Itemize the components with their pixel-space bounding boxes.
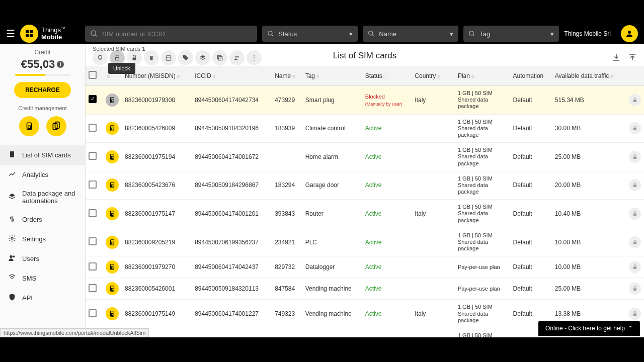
row-lock[interactable] bbox=[629, 179, 641, 191]
credit-multi-sim[interactable] bbox=[46, 116, 66, 136]
row-checkbox[interactable] bbox=[89, 209, 97, 217]
row-checkbox[interactable] bbox=[89, 180, 97, 189]
table-row[interactable]: 8823600054236768944500509184296867183294… bbox=[86, 171, 644, 200]
cell-status: Active bbox=[362, 200, 412, 228]
info-icon[interactable]: i bbox=[57, 61, 64, 68]
sim-icon[interactable] bbox=[106, 307, 119, 320]
row-checkbox[interactable] bbox=[89, 284, 97, 292]
nav-shield[interactable]: API bbox=[0, 288, 85, 308]
nav-gear[interactable]: Settings bbox=[0, 229, 85, 249]
layers-icon bbox=[8, 193, 16, 202]
row-lock[interactable] bbox=[629, 261, 641, 273]
cell-name: 749323 bbox=[272, 300, 302, 328]
row-lock[interactable] bbox=[629, 283, 641, 295]
sim-icon[interactable] bbox=[106, 236, 119, 249]
action-activate[interactable] bbox=[93, 50, 108, 65]
tag-filter[interactable]: Tag▾ bbox=[463, 26, 559, 42]
row-lock[interactable] bbox=[629, 308, 641, 320]
sim-icon[interactable] bbox=[106, 94, 119, 107]
table-row[interactable]: 8823600092052198944500706199356237234921… bbox=[86, 228, 644, 256]
svg-rect-53 bbox=[111, 267, 113, 269]
avatar[interactable] bbox=[621, 25, 638, 42]
nav-layers[interactable]: Data package and automations bbox=[0, 185, 85, 210]
sim-icon[interactable] bbox=[106, 150, 119, 163]
hamburger-icon[interactable]: ☰ bbox=[6, 28, 15, 40]
col-country[interactable]: Country≡ bbox=[412, 66, 455, 86]
cell-name: 183294 bbox=[272, 171, 302, 200]
col-automation[interactable]: Automation bbox=[510, 66, 552, 86]
action-tag[interactable] bbox=[178, 50, 193, 65]
action-layers[interactable] bbox=[195, 50, 210, 65]
table-row[interactable]: 8823600019751948944500604174001672Home a… bbox=[86, 143, 644, 171]
sim-icon[interactable] bbox=[106, 178, 119, 192]
lock-icon bbox=[131, 54, 138, 61]
sim-icon[interactable] bbox=[106, 282, 119, 295]
action-group[interactable] bbox=[229, 50, 245, 65]
row-checkbox[interactable] bbox=[89, 262, 97, 270]
svg-rect-31 bbox=[217, 55, 221, 59]
row-lock[interactable] bbox=[629, 208, 641, 220]
sim-icon[interactable] bbox=[106, 260, 119, 274]
action-calendar[interactable] bbox=[161, 50, 176, 65]
cell-traffic: 25.00 MB bbox=[552, 143, 626, 171]
row-checkbox[interactable] bbox=[89, 95, 97, 103]
row-lock[interactable] bbox=[629, 122, 641, 134]
col-tag[interactable]: Tag≡ bbox=[302, 66, 362, 86]
row-lock[interactable] bbox=[629, 336, 641, 337]
table-row[interactable]: 8823600019793008944500604174042734473929… bbox=[86, 86, 644, 115]
col-name[interactable]: Name≡ bbox=[272, 66, 302, 86]
tooltip: Unlock bbox=[108, 63, 135, 74]
cell-name: 363843 bbox=[272, 328, 302, 337]
credit-amount: €55,03i bbox=[0, 58, 85, 71]
action-copy[interactable] bbox=[212, 50, 227, 65]
col-status[interactable]: Status↓ bbox=[362, 66, 412, 86]
table-row[interactable]: 8823600054260018944500509184320113847584… bbox=[86, 278, 644, 300]
account-name[interactable]: Things Mobile Srl bbox=[564, 30, 611, 37]
col-iccid[interactable]: ICCID≡ bbox=[192, 66, 272, 86]
svg-rect-54 bbox=[633, 267, 636, 269]
nav-sim[interactable]: List of SIM cards bbox=[0, 145, 85, 165]
nav-chart[interactable]: Analytics bbox=[0, 165, 85, 185]
download-button[interactable] bbox=[612, 53, 621, 63]
sim-icon[interactable] bbox=[106, 122, 119, 135]
cell-iccid: 8944500509184320196 bbox=[192, 114, 272, 143]
row-checkbox[interactable] bbox=[89, 152, 97, 160]
bulb-icon bbox=[97, 54, 104, 61]
credit-single-sim[interactable] bbox=[19, 116, 39, 136]
action-delete[interactable] bbox=[144, 50, 159, 65]
copy-icon bbox=[216, 54, 223, 61]
recharge-button[interactable]: RECHARGE bbox=[14, 82, 71, 98]
row-lock[interactable] bbox=[629, 236, 641, 248]
cell-tag: Vending machine bbox=[302, 278, 362, 300]
cell-name: 393843 bbox=[272, 200, 302, 228]
table-row[interactable]: 8823600054260098944500509184320196183939… bbox=[86, 114, 644, 143]
person-icon bbox=[625, 29, 634, 38]
nav-label: Settings bbox=[22, 235, 46, 243]
status-filter[interactable]: Status▾ bbox=[262, 26, 358, 42]
select-all-checkbox[interactable] bbox=[89, 71, 97, 79]
nav-sms[interactable]: SMS bbox=[0, 268, 85, 288]
chat-widget[interactable]: Online - Click here to get help bbox=[538, 321, 640, 336]
search-input[interactable]: SIM number or ICCID bbox=[85, 26, 257, 42]
svg-rect-56 bbox=[111, 289, 113, 291]
action-more[interactable]: ⋮ bbox=[247, 50, 262, 65]
sim-icon[interactable] bbox=[106, 207, 119, 220]
logo[interactable]: Things™Mobile bbox=[20, 25, 65, 43]
upload-button[interactable] bbox=[628, 53, 637, 63]
sort-icon[interactable]: ≡ bbox=[107, 73, 110, 79]
svg-rect-2 bbox=[26, 34, 29, 37]
nav-dollar[interactable]: Orders bbox=[0, 210, 85, 229]
row-checkbox[interactable] bbox=[89, 124, 97, 132]
row-lock[interactable] bbox=[629, 151, 641, 163]
cell-msisdn: 882360005426009 bbox=[122, 114, 192, 143]
row-checkbox[interactable] bbox=[89, 309, 97, 317]
col-traffic[interactable]: Available data traffic≡ bbox=[552, 66, 626, 86]
row-checkbox[interactable] bbox=[89, 237, 97, 245]
table-row[interactable]: 8823600019751478944500604174001201393843… bbox=[86, 200, 644, 228]
name-filter[interactable]: Name▾ bbox=[363, 26, 458, 42]
row-lock[interactable] bbox=[629, 94, 641, 106]
nav-users[interactable]: Users bbox=[0, 249, 85, 268]
svg-point-22 bbox=[99, 55, 102, 59]
col-plan[interactable]: Plan≡ bbox=[455, 66, 510, 86]
table-row[interactable]: 8823600019792708944500604174042437829732… bbox=[86, 256, 644, 278]
